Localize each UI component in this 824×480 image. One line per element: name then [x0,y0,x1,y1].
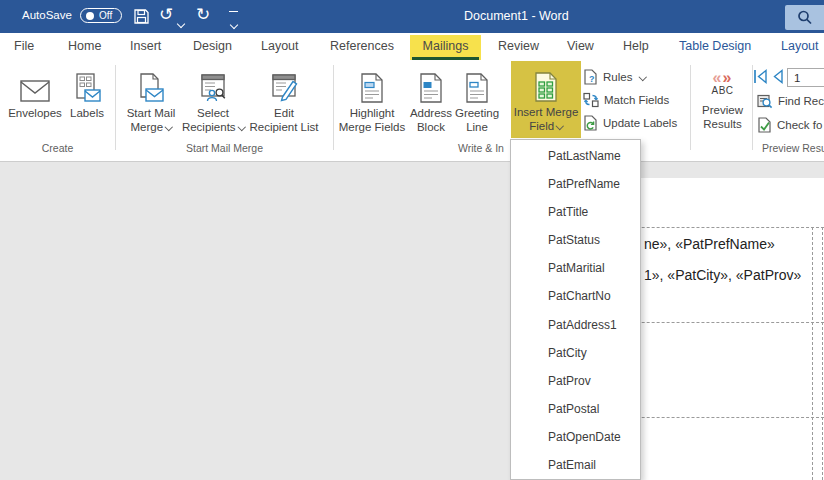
labels-icon [73,67,101,103]
tab-view[interactable]: View [567,33,594,60]
check-for-errors-icon [757,117,772,133]
menu-item-patprefname[interactable]: PatPrefName [511,170,640,198]
autosave-toggle[interactable]: Off [80,8,122,23]
tab-references[interactable]: References [330,33,394,60]
rules-button[interactable]: ? Rules [583,67,646,87]
menu-item-patlastname[interactable]: PatLastName [511,142,640,170]
group-divider [333,65,334,150]
envelopes-button[interactable]: Envelopes [5,62,65,138]
highlight-merge-fields-icon [360,67,384,103]
menu-item-patprov[interactable]: PatProv [511,367,640,395]
tab-layout-contextual[interactable]: Layout [781,33,819,60]
group-label-create: Create [0,142,115,154]
customize-qat-icon[interactable] [229,11,239,32]
titlebar: AutoSave Off ↺ ↻ Document1 - Word [0,0,824,33]
label-cell-border [822,227,823,480]
group-label-start-mail-merge: Start Mail Merge [116,142,333,154]
previous-record-icon [771,69,784,84]
tab-home[interactable]: Home [68,33,101,60]
match-fields-button[interactable]: Match Fields [583,90,669,110]
group-label-write-insert: Write & In [458,142,504,154]
select-recipients-button[interactable]: Select Recipients [179,62,247,138]
rules-icon: ? [583,69,598,85]
tab-mailings-active[interactable]: Mailings [410,35,481,60]
tab-file[interactable]: File [14,33,34,60]
search-button[interactable] [785,5,824,30]
first-record-button[interactable] [753,69,768,84]
autosave-state: Off [99,10,112,21]
start-mail-merge-icon [137,67,165,103]
check-for-errors-button[interactable]: Check fo [757,115,822,135]
envelope-icon [20,67,50,103]
update-labels-button[interactable]: Update Labels [583,113,677,133]
previous-record-button[interactable] [771,69,784,84]
chevron-down-icon [165,122,173,130]
ribbon-tab-bar: File Home Insert Design Layout Reference… [0,33,824,60]
undo-chevron-icon[interactable] [178,13,184,31]
group-divider [115,65,116,150]
highlight-merge-fields-button[interactable]: Highlight Merge Fields [335,62,409,138]
autosave-label: AutoSave [22,9,72,21]
menu-item-patcity[interactable]: PatCity [511,339,640,367]
record-number-input[interactable]: 1 [787,68,824,87]
address-block-icon [419,67,443,103]
ribbon: Envelopes Labels [0,60,824,162]
toggle-knob [86,12,94,20]
tab-review[interactable]: Review [498,33,539,60]
tab-design[interactable]: Design [193,33,232,60]
merge-field-text-line2: 1», «PatCity», «PatProv» [644,267,801,283]
greeting-line-icon [465,67,489,103]
menu-item-patopendate[interactable]: PatOpenDate [511,423,640,451]
group-label-preview-results: Preview Resul [762,142,824,154]
menu-item-patchartno[interactable]: PatChartNo [511,282,640,310]
insert-merge-field-icon [533,66,559,102]
menu-item-patemail[interactable]: PatEmail [511,451,640,479]
redo-icon[interactable]: ↻ [196,5,210,25]
word-window: AutoSave Off ↺ ↻ Document1 - Word Fi [0,0,824,480]
search-icon [796,9,814,27]
preview-results-button[interactable]: «» ABC Preview Results [694,62,751,138]
label-cell-border [812,227,813,480]
find-recipient-button[interactable]: Find Reci [757,91,824,111]
update-labels-icon [583,115,598,131]
tab-help[interactable]: Help [623,33,649,60]
window-title: Document1 - Word [464,9,569,23]
edit-recipient-list-button[interactable]: Edit Recipient List [245,62,323,138]
match-fields-icon [583,92,599,108]
undo-icon[interactable]: ↺ [159,5,173,25]
find-recipient-icon [757,94,773,109]
menu-item-patstatus[interactable]: PatStatus [511,226,640,254]
chevron-down-icon [556,121,564,129]
chevron-down-icon [639,73,647,81]
menu-item-patpostal[interactable]: PatPostal [511,395,640,423]
greeting-line-button[interactable]: Greeting Line [448,62,506,138]
menu-item-pataddress1[interactable]: PatAddress1 [511,311,640,339]
edit-recipient-list-icon [270,67,298,103]
svg-text:?: ? [589,74,595,84]
insert-merge-field-menu: PatLastName PatPrefName PatTitle PatStat… [510,139,641,480]
menu-item-patmaritial[interactable]: PatMaritial [511,254,640,282]
preview-results-icon: «» [713,71,733,85]
group-divider [690,65,691,150]
start-mail-merge-button[interactable]: Start Mail Merge [119,62,183,138]
tab-table-design[interactable]: Table Design [679,33,751,60]
tab-insert[interactable]: Insert [130,33,161,60]
merge-field-text-line1: ne», «PatPrefName» [644,236,775,252]
save-icon[interactable] [133,8,150,25]
select-recipients-icon [199,67,227,103]
tab-layout[interactable]: Layout [261,33,299,60]
insert-merge-field-button[interactable]: Insert Merge Field [511,61,581,138]
labels-button[interactable]: Labels [63,62,111,138]
menu-item-pattitle[interactable]: PatTitle [511,198,640,226]
first-record-icon [753,69,768,84]
